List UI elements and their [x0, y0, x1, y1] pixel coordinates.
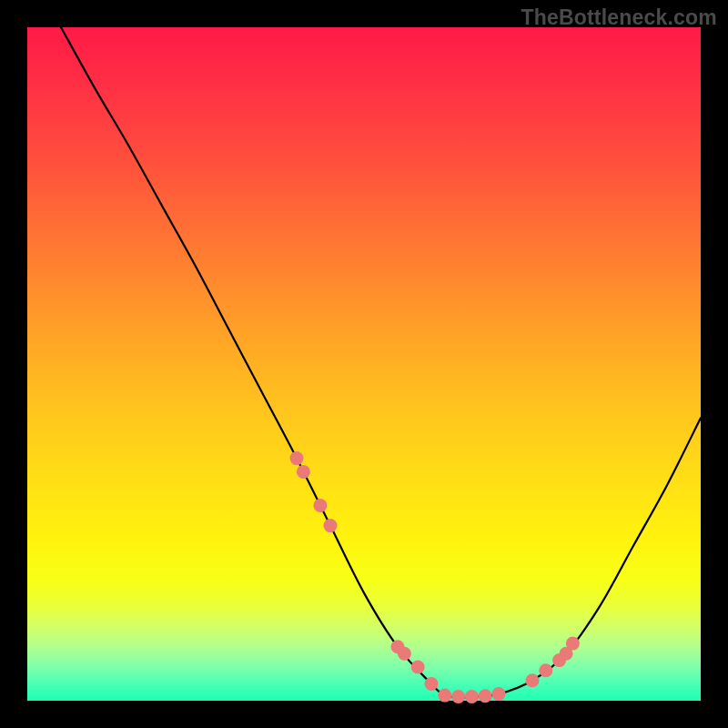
highlight-dot: [313, 499, 327, 512]
chart-svg: [27, 27, 701, 701]
highlight-dot: [479, 689, 492, 703]
highlight-dot: [425, 677, 439, 691]
highlight-dot: [324, 519, 338, 532]
chart-frame: TheBottleneck.com: [0, 0, 728, 728]
highlight-dot: [492, 687, 506, 701]
highlight-dot: [438, 689, 451, 703]
highlight-dot: [411, 661, 425, 674]
highlight-dot: [465, 690, 479, 703]
highlight-dots: [290, 451, 580, 703]
highlight-dot: [297, 465, 310, 479]
highlight-dot: [398, 647, 411, 661]
highlight-dot: [290, 451, 304, 465]
highlight-dot: [566, 637, 580, 651]
highlight-dot: [539, 663, 552, 677]
watermark-text: TheBottleneck.com: [521, 5, 717, 30]
highlight-dot: [451, 690, 465, 703]
bottleneck-curve: [61, 27, 701, 697]
highlight-dot: [526, 673, 540, 687]
